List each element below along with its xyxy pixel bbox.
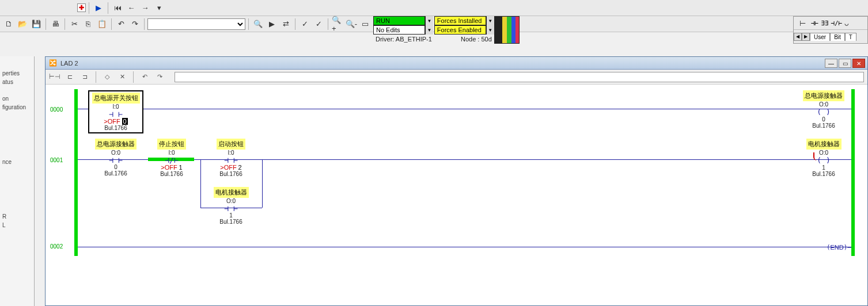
tree-item[interactable]: L	[2, 221, 32, 230]
ote-icon: ( )	[796, 108, 851, 116]
tab-scroll-left[interactable]: ◀	[794, 33, 802, 41]
elem-label: 电机接触器	[806, 139, 842, 150]
edits-status: No Edits	[373, 25, 425, 35]
rewind-icon[interactable]: ⏮	[111, 2, 124, 14]
find-icon[interactable]: 🔍	[252, 18, 264, 30]
elem-module: Bul.1766	[796, 171, 851, 177]
verify2-icon[interactable]: ✓	[312, 18, 325, 30]
rung-number: 0002	[50, 243, 63, 250]
elem-bit: 0	[796, 116, 851, 123]
maximize-button[interactable]: ▭	[839, 59, 851, 68]
elem-module: Bul.1766	[203, 219, 259, 225]
branch-icon[interactable]: ∃∃	[821, 20, 828, 27]
add-icon[interactable]: ✚	[77, 3, 86, 12]
zoom-in-icon[interactable]: 🔍+	[331, 18, 344, 30]
rung-0001[interactable]: 总电源接触器 O:0 ⊣ ⊢ 0 Bul.1766 停止按钮 I:0 ⊣/⊢ >…	[78, 139, 851, 225]
instruction-address-input[interactable]	[175, 72, 864, 82]
rung-insert-icon[interactable]: ⊢⊣	[49, 71, 60, 83]
elem-status: >OFF 2	[203, 164, 259, 171]
forces-dropdown[interactable]: ▼	[486, 16, 494, 25]
elem-label: 停止按钮	[157, 139, 186, 150]
tab-t[interactable]: T	[845, 33, 856, 41]
tree-item[interactable]: nce	[2, 158, 32, 166]
forward-icon[interactable]: →	[139, 2, 151, 14]
back-icon[interactable]: ←	[125, 2, 138, 14]
ladder-toolbar: ⊢⊣ ⊏ ⊐ ◇ ✕ ↶ ↷	[46, 70, 867, 85]
ote-main-power-contactor[interactable]: 总电源接触器 O:0 ( ) 0 Bul.1766	[796, 90, 851, 129]
xic-main-power-button[interactable]: 总电源开关按钮 I:0 ⊣ ⊢ >OFF 0 Bul.1766	[88, 90, 143, 133]
close-button[interactable]: ✕	[852, 59, 865, 68]
xio-icon[interactable]: ⊣/⊢	[831, 20, 843, 27]
run-dropdown[interactable]: ▼	[425, 16, 433, 25]
tab-user[interactable]: User	[810, 33, 830, 41]
tree-item[interactable]: on	[2, 94, 32, 103]
tab-scroll-right[interactable]: ▶	[802, 33, 810, 41]
elem-label: 总电源接触器	[95, 139, 137, 150]
window-titlebar[interactable]: 🔀 LAD 2 — ▭ ✕	[46, 57, 867, 70]
rung-number: 0000	[50, 106, 63, 113]
new-icon[interactable]: 🗋	[2, 18, 15, 30]
elem-addr: O:0	[796, 101, 851, 108]
branch-wire	[200, 159, 201, 208]
forces-installed: Forces Installed	[434, 16, 486, 25]
next-icon[interactable]: ↷	[154, 71, 165, 83]
right-instruction-toolbar: ⊢ ⊣⊢ ∃∃ ⊣/⊢ ◡ ◀ ▶ User Bit T	[793, 16, 868, 44]
elem-module: Bul.1766	[144, 171, 199, 177]
elem-module: Bul.1766	[88, 170, 143, 177]
elem-addr: O:0	[88, 150, 143, 156]
extend-icon[interactable]: ⊐	[79, 71, 90, 83]
cut-icon[interactable]: ✂	[68, 18, 81, 30]
undo-icon[interactable]: ↶	[115, 18, 127, 30]
ladder-window: 🔀 LAD 2 — ▭ ✕ ⊢⊣ ⊏ ⊐ ◇ ✕ ↶ ↷ 0000 总电源开关按…	[45, 56, 868, 306]
xio-icon: ⊣/⊢	[144, 156, 199, 164]
tree-item[interactable]: R	[2, 212, 32, 221]
elem-label: 总电源接触器	[803, 90, 844, 101]
play-icon[interactable]: ▶	[92, 2, 105, 14]
forces-enabled: Forces Enabled	[434, 25, 486, 35]
right-power-rail	[851, 89, 855, 256]
open-icon[interactable]: 📂	[16, 18, 29, 30]
rung-icon[interactable]: ⊢	[796, 17, 809, 29]
dropdown-icon[interactable]: ▾	[153, 2, 165, 14]
copy-icon[interactable]: ⎘	[82, 18, 94, 30]
find-next-icon[interactable]: ▶	[266, 18, 278, 30]
elem-module: Bul.1766	[796, 123, 851, 129]
end-instruction: (END)—	[827, 243, 851, 251]
xic-main-power-contactor[interactable]: 总电源接触器 O:0 ⊣ ⊢ 0 Bul.1766	[88, 139, 143, 177]
xic-motor-contactor-seal[interactable]: 电机接触器 O:0 ⊣ ⊢ 1 Bul.1766	[203, 187, 259, 225]
save-icon[interactable]: 💾	[30, 18, 43, 30]
tree-item[interactable]: perties	[2, 69, 32, 78]
forces2-dropdown[interactable]: ▼	[486, 25, 494, 35]
rung-0002[interactable]: (END)—	[78, 243, 851, 255]
replace-icon[interactable]: ⇄	[279, 18, 292, 30]
xio-stop-button[interactable]: 停止按钮 I:0 ⊣/⊢ >OFF 1 Bul.1766	[144, 139, 199, 177]
tree-item[interactable]: atus	[2, 78, 32, 86]
elem-addr: O:0	[203, 198, 259, 204]
edits-dropdown[interactable]: ▼	[425, 25, 433, 35]
verify-icon[interactable]: ✓	[298, 18, 311, 30]
xic-icon: ⊣ ⊢	[203, 204, 259, 212]
print-icon[interactable]: 🖶	[49, 18, 62, 30]
accept-icon[interactable]: ◇	[101, 71, 113, 83]
paste-icon[interactable]: 📋	[96, 18, 108, 30]
branch-icon[interactable]: ⊏	[64, 71, 75, 83]
address-combo[interactable]	[147, 18, 245, 30]
window-title: LAD 2	[60, 60, 78, 67]
ladder-diagram[interactable]: 0000 总电源开关按钮 I:0 ⊣ ⊢ >OFF 0 Bul.1766 总电源…	[46, 85, 867, 305]
zoom-out-icon[interactable]: 🔍-	[345, 18, 358, 30]
fit-icon[interactable]: ▭	[359, 18, 372, 30]
minimize-button[interactable]: —	[825, 59, 837, 68]
xic-start-button[interactable]: 启动按钮 I:0 ⊣ ⊢ >OFF 2 Bul.1766	[203, 139, 259, 177]
node-label: Node : 50d	[434, 35, 494, 44]
ladder-icon: 🔀	[49, 59, 57, 67]
xic-icon[interactable]: ⊣⊢	[811, 20, 818, 27]
ote-icon[interactable]: ◡	[844, 20, 848, 27]
redo-icon[interactable]: ↷	[128, 18, 141, 30]
rung-0000[interactable]: 总电源开关按钮 I:0 ⊣ ⊢ >OFF 0 Bul.1766 总电源接触器 O…	[78, 90, 851, 131]
tree-item[interactable]: figuration	[2, 103, 32, 112]
cancel-icon[interactable]: ✕	[116, 71, 128, 83]
prev-icon[interactable]: ↶	[139, 71, 150, 83]
ote-icon: ( )	[796, 156, 851, 165]
ote-motor-contactor[interactable]: 电机接触器 O:0 ( ) 1 Bul.1766	[796, 139, 851, 177]
tab-bit[interactable]: Bit	[830, 33, 845, 41]
